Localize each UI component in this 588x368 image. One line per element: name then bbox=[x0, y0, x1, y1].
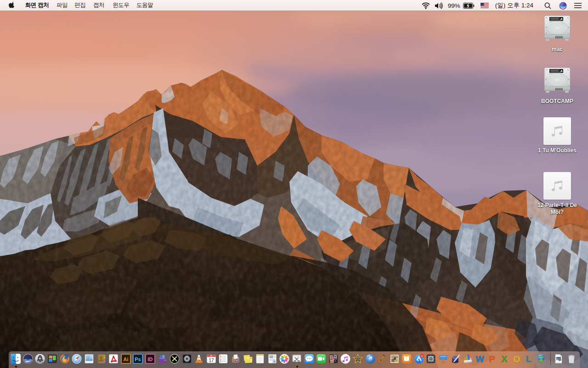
svg-text:Ai: Ai bbox=[123, 356, 128, 362]
svg-text:MOV: MOV bbox=[558, 362, 560, 363]
svg-text:Ps: Ps bbox=[135, 356, 141, 362]
svg-text:Mem: Mem bbox=[249, 357, 253, 359]
svg-text:17: 17 bbox=[209, 358, 214, 363]
svg-text:X: X bbox=[502, 354, 508, 364]
svg-text:JUL: JUL bbox=[210, 355, 213, 357]
svg-text:O: O bbox=[513, 354, 520, 364]
svg-text:ID: ID bbox=[147, 356, 153, 362]
svg-text:L: L bbox=[526, 354, 531, 364]
svg-text:W: W bbox=[476, 354, 484, 364]
svg-text:P: P bbox=[489, 354, 495, 364]
